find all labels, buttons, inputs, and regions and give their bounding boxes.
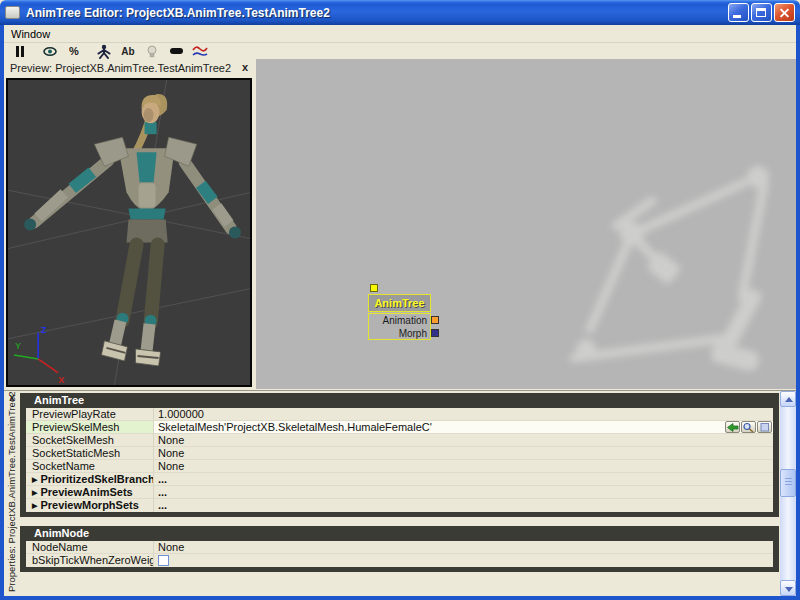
preview-panel: Preview: ProjectXB.AnimTree.TestAnimTree…: [4, 59, 254, 389]
ab-icon[interactable]: Ab: [120, 44, 136, 59]
bskiptick-checkbox[interactable]: [158, 555, 169, 566]
scroll-down-icon: [785, 587, 793, 592]
scroll-up-icon: [785, 397, 793, 402]
expand-arrow-icon[interactable]: ▶: [32, 476, 37, 483]
scrollbar-thumb[interactable]: [780, 469, 796, 497]
minimize-icon: [733, 15, 741, 18]
eye-icon[interactable]: [42, 44, 58, 59]
prop-row-previewanimsets[interactable]: ▶PreviewAnimSets ...: [26, 486, 773, 499]
node-input-morph[interactable]: Morph: [369, 327, 430, 340]
menubar: Window: [4, 25, 796, 42]
titlebar[interactable]: AnimTree Editor: ProjectXB.AnimTree.Test…: [0, 0, 800, 25]
actor-icon[interactable]: [96, 44, 112, 59]
category-animnode: AnimNode NodeName None bSkipTickWhenZero…: [20, 526, 779, 572]
prop-row-socketskelmesh[interactable]: SocketSkelMesh None: [26, 434, 773, 447]
preview-close-button[interactable]: x: [242, 61, 248, 73]
menu-window[interactable]: Window: [4, 28, 57, 40]
animtree-node-body[interactable]: Animation Morph: [368, 313, 431, 340]
properties-panel: x Properties: ProjectXB.AnimTree.TestAni…: [4, 390, 796, 596]
expand-arrow-icon[interactable]: ▶: [32, 489, 37, 496]
prop-row-previewplayrate[interactable]: PreviewPlayRate 1.000000: [26, 408, 773, 421]
category-header[interactable]: AnimNode: [26, 526, 773, 541]
maximize-button[interactable]: [751, 3, 772, 22]
preview-viewport[interactable]: Z Y X: [6, 78, 252, 387]
category-header[interactable]: AnimTree: [26, 393, 773, 408]
prop-row-previewmorphsets[interactable]: ▶PreviewMorphSets ...: [26, 499, 773, 512]
morph-connector[interactable]: [431, 329, 439, 337]
node-graph-canvas[interactable]: AnimTree Animation Morph: [256, 59, 796, 389]
axis-x-label: X: [58, 375, 64, 385]
clear-button[interactable]: [757, 421, 772, 433]
pause-icon[interactable]: [12, 44, 28, 59]
preview-title: Preview: ProjectXB.AnimTree.TestAnimTree…: [10, 62, 231, 74]
prop-row-socketname[interactable]: SocketName None: [26, 460, 773, 473]
animation-connector[interactable]: [431, 316, 439, 324]
properties-scrollbar[interactable]: [780, 391, 796, 596]
animtree-node-title[interactable]: AnimTree: [368, 294, 431, 312]
prop-row-socketstaticmesh[interactable]: SocketStaticMesh None: [26, 447, 773, 460]
prop-row-previewskelmesh[interactable]: PreviewSkelMesh SkeletalMesh'ProjectXB.S…: [26, 421, 773, 434]
node-input-animation[interactable]: Animation: [369, 314, 430, 327]
prop-row-nodename[interactable]: NodeName None: [26, 541, 773, 554]
window-border-bottom: [0, 596, 800, 600]
slomo-icon[interactable]: [168, 44, 184, 59]
skeleton-watermark: [256, 59, 796, 389]
animtree-editor-window: AnimTree Editor: ProjectXB.AnimTree.Test…: [0, 0, 800, 600]
properties-grid: AnimTree PreviewPlayRate 1.000000 Previe…: [20, 393, 779, 581]
axis-y-label: Y: [15, 341, 21, 351]
axis-z-label: Z: [41, 325, 47, 335]
window-border-right: [796, 25, 800, 600]
toolbar: % Ab: [4, 42, 796, 59]
node-top-connector[interactable]: [370, 284, 378, 292]
character-model: Z Y X: [8, 80, 250, 385]
category-animtree: AnimTree PreviewPlayRate 1.000000 Previe…: [20, 393, 779, 517]
expand-arrow-icon[interactable]: ▶: [32, 502, 37, 509]
use-selected-button[interactable]: [725, 421, 740, 433]
preview-header: Preview: ProjectXB.AnimTree.TestAnimTree…: [4, 59, 254, 77]
window-icon: [5, 6, 20, 19]
prop-row-bskiptickwhenzeroweight[interactable]: bSkipTickWhenZeroWeight: [26, 554, 773, 567]
minimize-button[interactable]: [728, 3, 749, 22]
close-button[interactable]: [774, 3, 795, 22]
scroll-down-button[interactable]: [780, 580, 796, 596]
find-in-browser-button[interactable]: [741, 421, 756, 433]
properties-tab-label: Properties: ProjectXB.AnimTree.TestAnimT…: [6, 392, 17, 592]
curves-icon[interactable]: [192, 44, 208, 59]
prop-row-prioritizedskelbranches[interactable]: ▶PrioritizedSkelBranches ...: [26, 473, 773, 486]
scroll-up-button[interactable]: [780, 391, 796, 407]
maximize-icon: [756, 8, 766, 17]
percent-icon[interactable]: %: [66, 44, 82, 59]
window-title: AnimTree Editor: ProjectXB.AnimTree.Test…: [26, 6, 330, 20]
lightbulb-icon[interactable]: [144, 44, 160, 59]
